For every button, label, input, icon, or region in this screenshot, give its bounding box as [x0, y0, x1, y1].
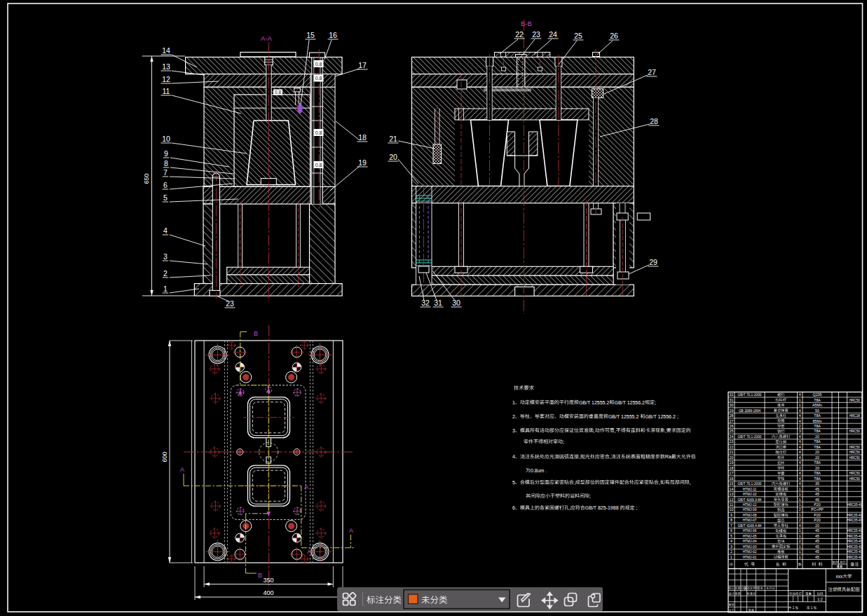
svg-text:,: ,	[579, 454, 580, 459]
svg-text:;: ;	[635, 505, 638, 510]
svg-text:A: A	[307, 548, 311, 555]
svg-text:GB/T 12555.2: GB/T 12555.2	[579, 400, 610, 405]
svg-text:HTMJ-07: HTMJ-07	[743, 519, 757, 522]
svg-text:2: 2	[163, 269, 168, 278]
svg-text:19: 19	[730, 460, 734, 465]
svg-text:3: 3	[512, 428, 515, 433]
svg-text:HRC50: HRC50	[849, 446, 861, 449]
svg-text:Ra: Ra	[665, 454, 671, 459]
svg-text:T8A: T8A	[814, 439, 821, 444]
svg-text:45: 45	[815, 534, 819, 538]
svg-text:21: 21	[730, 450, 734, 454]
svg-text:HRC35-40: HRC35-40	[847, 550, 862, 554]
svg-text:GB/T 70.1-2000: GB/T 70.1-2000	[737, 435, 761, 439]
svg-text:21: 21	[389, 135, 397, 143]
svg-text:HRC50: HRC50	[849, 451, 861, 454]
svg-text:,: ,	[659, 480, 660, 485]
svg-text:5: 5	[730, 534, 732, 538]
svg-text:18: 18	[730, 466, 734, 470]
svg-text:400: 400	[263, 589, 273, 596]
svg-text:HTMJ-11: HTMJ-11	[743, 488, 757, 491]
svg-text:8: 8	[164, 159, 168, 167]
svg-text:600: 600	[161, 451, 168, 462]
svg-text:4: 4	[799, 439, 801, 444]
svg-text:4: 4	[163, 226, 168, 235]
svg-text:HTMJ-05: HTMJ-05	[743, 535, 757, 538]
svg-text:24: 24	[549, 30, 557, 39]
svg-text:,: ,	[574, 480, 575, 485]
svg-text:30: 30	[730, 403, 734, 407]
svg-text:6: 6	[730, 528, 732, 533]
svg-text:16: 16	[730, 477, 734, 481]
svg-text:4: 4	[512, 454, 515, 459]
svg-text:T8A: T8A	[814, 460, 821, 465]
svg-text:2: 2	[799, 507, 801, 512]
svg-text:4: 4	[730, 539, 732, 543]
svg-text:4: 4	[799, 471, 801, 475]
svg-text:20: 20	[815, 450, 819, 454]
svg-text:GB/T 4169.4-84: GB/T 4169.4-84	[737, 524, 761, 528]
svg-text:0.8: 0.8	[315, 130, 322, 135]
svg-text:HRC50: HRC50	[849, 430, 861, 433]
svg-text:26: 26	[610, 32, 618, 40]
svg-text:,: ,	[690, 480, 691, 485]
svg-text:T8A: T8A	[814, 424, 821, 428]
svg-text:HTMJ-06: HTMJ-06	[743, 529, 757, 533]
svg-text:HTMJ-02: HTMJ-02	[743, 550, 757, 554]
svg-text:A5Mn: A5Mn	[812, 403, 822, 407]
svg-text:HRC35-40: HRC35-40	[847, 529, 862, 533]
svg-text:HRC35-40: HRC35-40	[847, 556, 862, 559]
svg-text:22: 22	[515, 30, 524, 39]
svg-text:0.8: 0.8	[275, 90, 281, 95]
svg-text:HRC28: HRC28	[849, 414, 861, 418]
svg-text:A-A: A-A	[261, 34, 273, 42]
svg-text:HRC35-40: HRC35-40	[847, 503, 862, 507]
svg-text:A: A	[304, 484, 308, 491]
svg-text:B: B	[258, 572, 262, 579]
svg-text:4: 4	[799, 450, 801, 454]
svg-text:5: 5	[163, 193, 168, 202]
svg-text:1: 1	[799, 502, 801, 507]
svg-text:32: 32	[730, 392, 734, 397]
svg-text:10: 10	[162, 135, 170, 143]
svg-text:PC+PP: PC+PP	[811, 507, 824, 512]
svg-text:GB/T 12556.2: GB/T 12556.2	[615, 400, 646, 405]
svg-text:2: 2	[799, 518, 801, 522]
svg-text:GB/T 12556.2 ;: GB/T 12556.2 ;	[645, 414, 678, 419]
svg-text:3: 3	[163, 252, 168, 261]
svg-text:32: 32	[421, 299, 430, 307]
svg-text:15: 15	[306, 31, 315, 39]
svg-text:27: 27	[730, 419, 734, 423]
svg-text:0.8: 0.8	[315, 163, 322, 167]
svg-text:,: ,	[610, 454, 611, 459]
svg-text:50: 50	[815, 409, 819, 413]
svg-text:HRC35-40: HRC35-40	[847, 535, 862, 538]
svg-text:1: 1	[799, 403, 801, 407]
svg-text:13: 13	[162, 62, 170, 71]
svg-text:HTMJ-04: HTMJ-04	[743, 540, 757, 543]
svg-text:T8A: T8A	[814, 398, 821, 402]
svg-text:HTMJ-09: HTMJ-09	[743, 508, 757, 512]
svg-text:1: 1	[799, 398, 801, 402]
svg-text:20: 20	[815, 456, 819, 460]
svg-text:4: 4	[799, 477, 801, 481]
svg-text:29: 29	[730, 409, 734, 413]
svg-text:8: 8	[730, 518, 732, 522]
svg-text:P20: P20	[814, 513, 820, 517]
svg-text:1: 1	[799, 492, 801, 496]
svg-text:P20: P20	[814, 518, 820, 522]
svg-text:xxx: xxx	[836, 574, 844, 579]
svg-text:45: 45	[815, 498, 819, 502]
svg-text:7: 7	[730, 523, 732, 528]
svg-text:3: 3	[799, 429, 801, 433]
svg-text:A: A	[349, 527, 353, 534]
svg-text:;: ;	[563, 439, 564, 444]
svg-text:;: ;	[589, 493, 591, 498]
svg-text:1: 1	[163, 285, 168, 293]
svg-text:20: 20	[389, 153, 397, 161]
svg-text:HTMJ-10: HTMJ-10	[743, 493, 757, 496]
svg-text:A: A	[180, 466, 184, 473]
svg-text:18: 18	[358, 133, 367, 142]
svg-text:4: 4	[799, 456, 801, 460]
svg-text:29: 29	[649, 258, 657, 266]
